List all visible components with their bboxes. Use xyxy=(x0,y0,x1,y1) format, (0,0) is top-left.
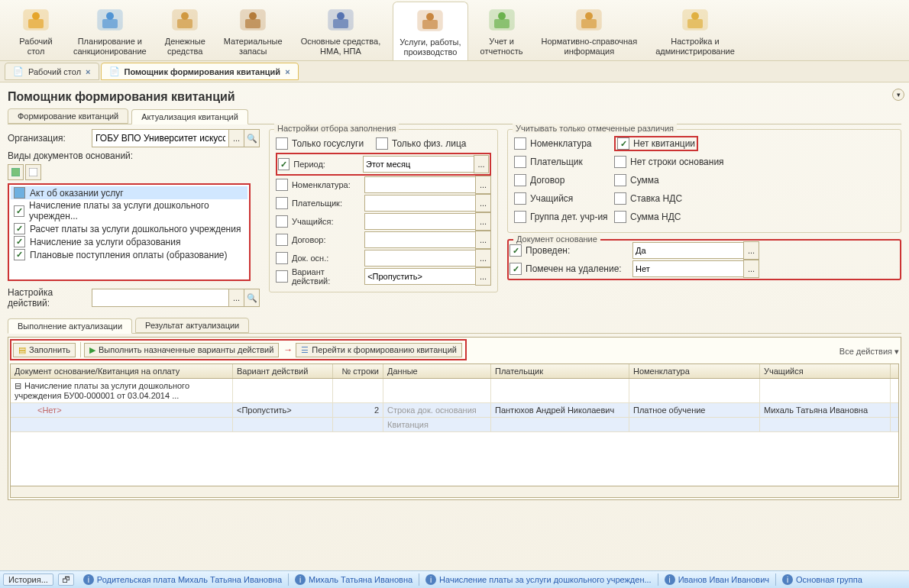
collapse-button[interactable]: ▾ xyxy=(892,89,904,101)
chk-diff-dog[interactable] xyxy=(514,174,526,186)
chk-gosuslugi[interactable] xyxy=(276,137,288,150)
org-input[interactable] xyxy=(92,129,229,147)
checkbox-icon[interactable] xyxy=(14,187,25,199)
chk-diff-uch[interactable] xyxy=(514,192,526,205)
chk-nomen[interactable] xyxy=(276,179,288,191)
ribbon-item[interactable]: Планирование и санкционирование xyxy=(67,2,153,60)
sb-icon-button[interactable]: 🗗 xyxy=(58,573,74,586)
chk-variant[interactable] xyxy=(276,270,288,283)
dog-input[interactable] xyxy=(364,231,476,248)
chk-diff-sndc[interactable] xyxy=(614,211,626,223)
period-input[interactable] xyxy=(363,156,474,173)
ribbon-item[interactable]: Услуги, работы, производство xyxy=(393,2,467,60)
doctype-item[interactable]: Начисление платы за услуги дошкольного у… xyxy=(11,199,247,222)
chk-docosn[interactable] xyxy=(276,252,288,264)
period-dots[interactable]: ... xyxy=(474,155,489,173)
tab-close-icon[interactable]: × xyxy=(86,67,90,76)
chk-proveden[interactable] xyxy=(509,244,522,257)
nomen-input[interactable] xyxy=(364,176,476,193)
check-all-button[interactable] xyxy=(8,164,24,180)
subtab2-vypolnenie[interactable]: Выполнение актуализации xyxy=(8,318,132,334)
doctype-item[interactable]: Акт об оказании услуг xyxy=(11,186,247,199)
org-dots-button[interactable]: ... xyxy=(228,129,244,147)
variant-input[interactable] xyxy=(364,268,476,285)
chk-dog[interactable] xyxy=(276,234,288,246)
statusbar-link[interactable]: iИванов Иван Иванович xyxy=(665,574,769,585)
tab[interactable]: 📄Помощник формирования квитанций× xyxy=(101,63,299,80)
ribbon-item[interactable]: Рабочий стол xyxy=(11,2,61,60)
tab[interactable]: 📄Рабочий стол× xyxy=(5,63,99,80)
checkbox-icon[interactable] xyxy=(14,205,24,217)
chk-diff-grp[interactable] xyxy=(514,211,526,223)
settings-input[interactable] xyxy=(92,289,229,307)
chk-diff-plat[interactable] xyxy=(514,156,526,168)
statusbar-link[interactable]: iМихаль Татьяна Ивановна xyxy=(295,574,412,585)
doctype-item[interactable]: Расчет платы за услуги дошкольного учреж… xyxy=(11,222,247,235)
deleted-input[interactable] xyxy=(632,260,744,277)
gh-data[interactable]: Данные xyxy=(383,364,491,378)
checkbox-icon[interactable] xyxy=(14,249,25,260)
settings-search-button[interactable]: 🔍 xyxy=(244,289,260,307)
history-button[interactable]: История... xyxy=(3,573,53,586)
variant-dots[interactable]: ... xyxy=(475,267,491,286)
deleted-dots[interactable]: ... xyxy=(743,260,759,278)
table-row[interactable]: ⊟Начисление платы за услуги дошкольного … xyxy=(11,379,898,403)
settings-dots-button[interactable]: ... xyxy=(228,289,244,307)
uncheck-all-button[interactable] xyxy=(25,164,41,180)
result-grid[interactable]: Документ основание/Квитанция на оплату В… xyxy=(10,363,899,486)
all-actions-button[interactable]: Все действия▾ xyxy=(839,347,899,357)
chk-plat[interactable] xyxy=(276,197,288,209)
chk-diff-nds[interactable] xyxy=(614,192,626,205)
gh-doc[interactable]: Документ основание/Квитанция на оплату xyxy=(11,364,233,378)
checkbox-icon[interactable] xyxy=(14,236,25,247)
docosn-input[interactable] xyxy=(364,250,476,267)
tab-close-icon[interactable]: × xyxy=(285,67,290,76)
uch-dots[interactable]: ... xyxy=(475,212,491,231)
chk-uch[interactable] xyxy=(276,215,288,228)
pereiti-button[interactable]: ☰Перейти к формированию квитанций xyxy=(296,343,462,357)
docosn-dots[interactable]: ... xyxy=(475,249,491,267)
statusbar-link[interactable]: iНачисление платы за услуги дошкольного … xyxy=(425,574,652,585)
uch-input[interactable] xyxy=(364,213,476,230)
org-search-button[interactable]: 🔍 xyxy=(244,129,260,147)
gh-num[interactable]: № строки xyxy=(333,364,383,378)
dog-dots[interactable]: ... xyxy=(475,231,491,249)
doctype-item[interactable]: Плановые поступления оплаты (образование… xyxy=(11,248,247,261)
grid-hscroll[interactable] xyxy=(10,486,899,498)
chk-fizlica[interactable] xyxy=(376,137,388,150)
chk-diff-nokvit[interactable] xyxy=(617,137,629,150)
subtab-aktualizaciya[interactable]: Актуализация квитанций xyxy=(131,109,248,124)
statusbar-link[interactable]: iРодительская плата Михаль Татьяна Ивано… xyxy=(83,574,282,585)
gh-plat[interactable]: Плательщик xyxy=(491,364,629,378)
chk-diff-summa[interactable] xyxy=(614,174,626,186)
plat-input[interactable] xyxy=(364,195,476,212)
doctype-item[interactable]: Начисление за услуги образования xyxy=(11,235,247,248)
grid-body[interactable]: ⊟Начисление платы за услуги дошкольного … xyxy=(11,379,898,486)
ribbon-item[interactable]: Настройка и администрирование xyxy=(649,2,741,60)
statusbar-link[interactable]: iОсновная группа xyxy=(782,574,862,585)
chk-deleted[interactable] xyxy=(509,263,522,275)
ribbon-item[interactable]: Учет и отчетность xyxy=(474,2,529,60)
checkbox-icon[interactable] xyxy=(14,223,25,234)
gh-variant[interactable]: Вариант действий xyxy=(233,364,333,378)
plat-dots[interactable]: ... xyxy=(475,194,491,212)
proveden-dots[interactable]: ... xyxy=(743,241,759,260)
svg-point-14 xyxy=(337,12,345,20)
ribbon-item[interactable]: Денежные средства xyxy=(159,2,212,60)
chk-period[interactable] xyxy=(278,158,290,170)
table-row[interactable]: Квитанция xyxy=(11,418,898,432)
subtab2-rezultat[interactable]: Результат актуализации xyxy=(135,318,249,333)
chk-diff-nostr[interactable] xyxy=(614,156,626,168)
ribbon-item[interactable]: Материальные запасы xyxy=(218,2,289,60)
zapolnit-button[interactable]: ▤Заполнить xyxy=(13,343,76,357)
ribbon-item[interactable]: Нормативно-справочная информация xyxy=(535,2,643,60)
proveden-input[interactable] xyxy=(632,242,744,259)
gh-nomen[interactable]: Номенклатура xyxy=(629,364,760,378)
nomen-dots[interactable]: ... xyxy=(475,176,491,194)
subtab-formirovanie[interactable]: Формирование квитанций xyxy=(8,108,128,124)
table-row[interactable]: <Нет><Пропустить>2Строка док. основанияП… xyxy=(11,403,898,418)
chk-diff-nomen[interactable] xyxy=(514,137,526,150)
gh-uch[interactable]: Учащийся xyxy=(760,364,891,378)
ribbon-item[interactable]: Основные средства, НМА, НПА xyxy=(295,2,387,60)
vypolnit-button[interactable]: ▶Выполнить назначенные варианты действий xyxy=(84,343,279,357)
